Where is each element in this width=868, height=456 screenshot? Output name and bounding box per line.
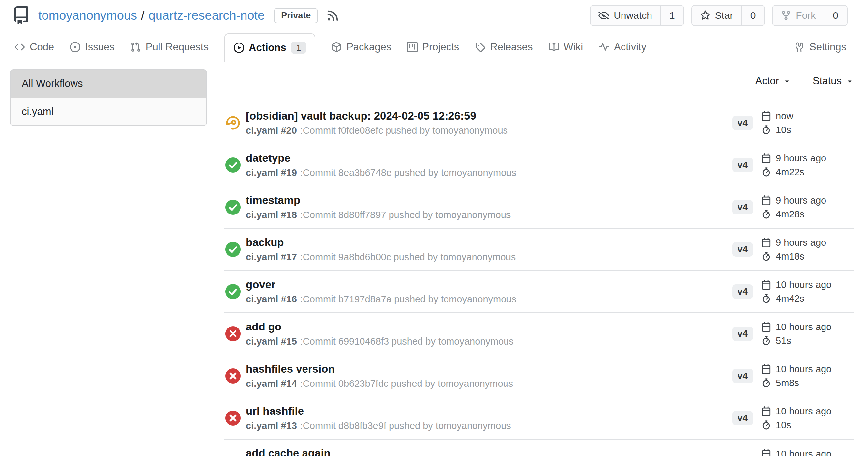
star-count[interactable]: 0 [741, 6, 765, 25]
fork-count[interactable]: 0 [824, 6, 847, 25]
run-time: 9 hours ago [776, 195, 826, 206]
run-version-badge: v4 [732, 242, 753, 257]
run-status-icon [225, 284, 241, 299]
package-icon [331, 42, 342, 53]
workflow-run-row: gover ci.yaml #16:Commit b7197d8a7a push… [224, 271, 854, 313]
run-time: 9 hours ago [776, 153, 826, 164]
run-duration: 5m8s [776, 377, 799, 388]
run-time: 10 hours ago [776, 448, 831, 456]
run-commit-info: :Commit 69910468f3 pushed by tomoyanonym… [300, 336, 514, 347]
run-commit-info: :Commit d8b8fb3e9f pushed by tomoyanonym… [300, 420, 511, 431]
run-duration: 51s [776, 335, 791, 346]
calendar-icon [761, 449, 771, 456]
star-label: Star [715, 10, 733, 21]
watch-count[interactable]: 1 [660, 6, 683, 25]
tab-releases-label: Releases [490, 41, 532, 53]
run-workflow-ref: ci.yaml #15 [246, 336, 297, 347]
fork-button[interactable]: Fork 0 [772, 5, 847, 26]
run-commit-info: :Commit b7197d8a7a pushed by tomoyanonym… [300, 294, 516, 304]
sidebar-item-all-workflows[interactable]: All Workflows [10, 70, 206, 98]
repo-book-icon [12, 6, 30, 25]
visibility-badge: Private [274, 8, 318, 23]
tab-pull-requests[interactable]: Pull Requests [130, 33, 209, 61]
tab-packages-label: Packages [346, 41, 391, 53]
tab-issues-label: Issues [85, 41, 115, 53]
repo-tabbar: Code Issues Pull Requests Actions 1 Pack… [0, 34, 868, 61]
run-status-icon [225, 158, 241, 173]
run-subtitle: ci.yaml #18:Commit 8d80ff7897 pushed by … [246, 209, 732, 220]
run-filters: Actor Status [755, 73, 854, 89]
run-commit-info: :Commit 0b623b7fdc pushed by tomoyanonym… [300, 378, 513, 389]
repo-owner-link[interactable]: tomoyanonymous [38, 8, 137, 23]
run-commit-info: :Commit 9a8bd6b00c pushed by tomoyanonym… [300, 252, 516, 262]
run-title-link[interactable]: gover [246, 279, 732, 291]
run-title-link[interactable]: add go [246, 321, 732, 333]
run-title-link[interactable]: url hashfile [246, 405, 732, 418]
run-status-icon [225, 453, 241, 456]
stopwatch-icon [761, 251, 771, 261]
run-title-link[interactable]: timestamp [246, 194, 732, 206]
run-time: 10 hours ago [776, 321, 831, 332]
unwatch-label: Unwatch [614, 10, 652, 21]
run-commit-info: :Commit 8ea3b6748e pushed by tomoyanonym… [300, 167, 516, 178]
run-workflow-ref: ci.yaml #13 [246, 420, 297, 431]
tab-packages[interactable]: Packages [331, 33, 391, 61]
run-time: 10 hours ago [776, 405, 831, 417]
run-title-link[interactable]: datetype [246, 152, 732, 164]
status-filter-label: Status [813, 75, 842, 87]
tab-actions[interactable]: Actions 1 [224, 33, 315, 62]
all-workflows-label: All Workflows [22, 78, 83, 90]
repo-name-link[interactable]: quartz-research-note [149, 8, 265, 23]
stopwatch-icon [761, 420, 771, 430]
calendar-icon [761, 406, 771, 416]
tab-settings[interactable]: Settings [794, 33, 846, 61]
tab-releases[interactable]: Releases [475, 33, 532, 61]
run-workflow-ref: ci.yaml #20 [246, 125, 297, 136]
stopwatch-icon [761, 294, 771, 303]
run-subtitle: ci.yaml #20:Commit f0fde08efc pushed by … [246, 125, 732, 136]
run-title-link[interactable]: backup [246, 236, 732, 249]
run-status-icon [225, 242, 241, 257]
unwatch-button[interactable]: Unwatch 1 [590, 5, 684, 26]
sidebar-item-ci-yaml[interactable]: ci.yaml [10, 98, 206, 125]
book-icon [549, 42, 559, 53]
run-workflow-ref: ci.yaml #19 [246, 167, 297, 178]
run-duration: 10s [776, 124, 791, 135]
run-time: now [776, 110, 793, 122]
run-workflow-ref: ci.yaml #18 [246, 209, 297, 220]
run-subtitle: ci.yaml #17:Commit 9a8bd6b00c pushed by … [246, 251, 732, 263]
run-status-icon [225, 200, 241, 215]
tag-icon [475, 42, 486, 53]
run-version-badge: v4 [732, 411, 753, 425]
tab-wiki[interactable]: Wiki [549, 33, 583, 61]
git-pull-request-icon [130, 42, 141, 53]
calendar-icon [761, 111, 771, 121]
run-commit-info: :Commit 8d80ff7897 pushed by tomoyanonym… [300, 209, 511, 220]
tab-wiki-label: Wiki [564, 41, 583, 53]
actor-filter-dropdown[interactable]: Actor [755, 75, 791, 87]
tab-projects-label: Projects [422, 41, 459, 53]
run-subtitle: ci.yaml #13:Commit d8b8fb3e9f pushed by … [246, 420, 732, 431]
star-icon [700, 10, 711, 21]
tab-pull-requests-label: Pull Requests [146, 41, 209, 53]
repo-social-buttons: Unwatch 1 Star 0 Fork 0 [590, 5, 847, 26]
tab-activity[interactable]: Activity [599, 33, 646, 61]
pulse-icon [599, 42, 609, 53]
run-title-link[interactable]: add cache again [246, 447, 732, 456]
status-filter-dropdown[interactable]: Status [813, 75, 854, 87]
tab-settings-label: Settings [809, 41, 846, 53]
calendar-icon [761, 322, 771, 332]
tab-issues[interactable]: Issues [70, 33, 115, 61]
stopwatch-icon [761, 378, 771, 388]
rss-feed-icon[interactable] [327, 9, 339, 22]
tab-code[interactable]: Code [14, 33, 54, 61]
run-version-badge: v4 [732, 116, 753, 130]
tab-projects[interactable]: Projects [407, 33, 459, 61]
run-title-link[interactable]: [obsidian] vault backup: 2024-02-05 12:2… [246, 110, 732, 122]
run-title-link[interactable]: hashfiles version [246, 363, 732, 375]
actions-count-badge: 1 [291, 41, 306, 54]
run-subtitle: ci.yaml #16:Commit b7197d8a7a pushed by … [246, 294, 732, 305]
star-button[interactable]: Star 0 [691, 5, 765, 26]
run-version-badge: v4 [732, 327, 753, 341]
stopwatch-icon [761, 167, 771, 177]
